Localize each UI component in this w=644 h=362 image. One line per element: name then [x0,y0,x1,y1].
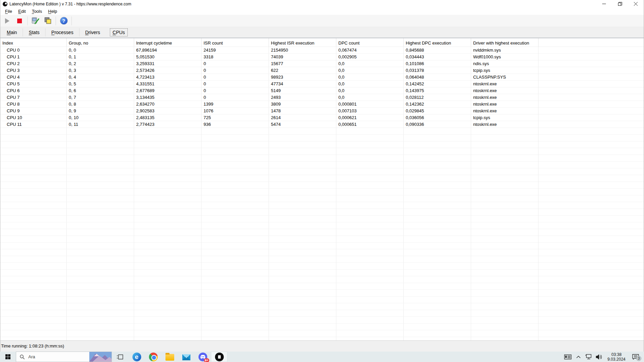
restore-button[interactable] [612,0,628,8]
taskbar-search-box[interactable]: Ara [16,352,112,362]
table-cell-empty [202,229,269,236]
table-row[interactable]: CPU 70, 73,134435024930,00,028112ntoskrn… [0,94,644,101]
table-cell-empty [539,283,644,290]
action-center-button[interactable]: 3 [629,352,642,362]
table-row[interactable]: CPU 60, 62,677689051490,00,143975ntoskrn… [0,87,644,94]
table-cell: 0,034443 [404,54,471,60]
tab-processes[interactable]: Processes [45,30,79,35]
taskbar-latencymon-active[interactable] [211,352,227,362]
table-row[interactable]: CPU 110, 112,77442393654740,0006510,0903… [0,121,644,128]
table-empty-row [0,310,644,317]
table-cell-empty [336,310,404,317]
table-row[interactable]: CPU 90, 92,902583107614780,0071030,02984… [0,108,644,114]
table-cell-empty [269,303,336,310]
column-header[interactable]: Driver with highest execution [471,38,539,47]
table-cell-empty [404,324,471,330]
table-cell-empty [269,330,336,337]
network-button[interactable] [584,352,593,362]
table-cell-empty [539,155,644,162]
table-cell: 2,902583 [134,108,202,114]
hidden-icons-button[interactable] [574,352,583,362]
table-cell-empty [0,189,67,195]
table-cell-empty [471,297,539,303]
taskbar-edge[interactable]: e [128,352,145,362]
table-cell: 1478 [269,108,336,114]
close-button[interactable] [628,0,644,8]
table-empty-row [0,128,644,135]
table-cell-empty [404,128,471,135]
table-row[interactable]: CPU 20, 23,2593310156770,00,101086ndis.s… [0,60,644,67]
menu-tools[interactable]: Tools [29,9,45,14]
table-cell-empty [134,182,202,189]
table-row[interactable]: CPU 30, 32,57342606220,00,031378tcpip.sy… [0,67,644,74]
taskbar-mail[interactable] [178,352,194,362]
table-row[interactable]: CPU 80, 82,634270139938090,0008010,14236… [0,101,644,108]
menu-help[interactable]: Help [45,9,60,14]
table-cell-empty [539,162,644,168]
table-row[interactable]: CPU 40, 44,7234130989230,00,064048CLASSP… [0,74,644,81]
table-cell-empty [336,324,404,330]
table-row[interactable]: CPU 10, 15,0515303318740390,0029050,0344… [0,54,644,60]
table-cell-empty [336,297,404,303]
table-cell-empty [269,270,336,276]
table-cell: 0,000651 [336,121,404,128]
column-header[interactable]: Interrupt cycletime [134,38,202,47]
tab-stats[interactable]: Stats [23,30,45,35]
table-cell-empty [0,290,67,297]
column-header[interactable]: Group, no [67,38,134,47]
taskbar-file-explorer[interactable] [161,352,178,362]
help-button[interactable]: ? [59,16,68,26]
menu-edit[interactable]: Edit [15,9,29,14]
table-cell: CLASSPNP.SYS [471,74,539,81]
volume-button[interactable] [595,352,604,362]
menu-file[interactable]: File [2,9,15,14]
table-cell-empty [471,175,539,182]
discord-notification-badge: 9+ [204,358,209,362]
touch-keyboard-button[interactable] [563,352,573,362]
column-header[interactable]: DPC count [336,38,404,47]
tab-cpus[interactable]: CPUs [110,28,128,36]
table-cell-empty [134,337,202,340]
clock-time: 03:38 [608,352,625,357]
table-row[interactable]: CPU 100, 102,48313572526140,0006210,0360… [0,114,644,121]
stop-monitor-button[interactable] [15,16,24,26]
table-empty-row [0,141,644,148]
table-cell-empty [0,330,67,337]
taskbar-clock[interactable]: 03:38 9.03.2024 [605,352,628,362]
table-cell-empty [336,155,404,162]
tab-drivers[interactable]: Drivers [80,30,106,35]
task-view-button[interactable] [112,352,128,362]
table-cell-empty [404,209,471,216]
taskbar-chrome[interactable] [145,352,161,362]
report-button[interactable] [31,16,40,26]
table-cell: CPU 8 [0,101,67,108]
taskbar-discord[interactable]: 9+ [194,352,211,362]
table-cell-empty [202,155,269,162]
table-row[interactable]: CPU 50, 54,3315510477340,00,142452ntoskr… [0,81,644,87]
table-cell-empty [0,209,67,216]
table-cell: 98923 [269,74,336,81]
table-cell-empty [202,256,269,263]
table-cell-empty [202,195,269,202]
table-row[interactable]: CPU 00, 067,8961942415921549500,0674740,… [0,47,644,54]
table-cell: 0, 1 [67,54,134,60]
column-header[interactable]: Highest ISR execution [269,38,336,47]
windows-view-button[interactable] [43,16,53,26]
table-empty-row [0,182,644,189]
start-monitor-button[interactable] [2,16,12,26]
table-cell-empty [0,202,67,209]
column-header[interactable]: Index [0,38,67,47]
table-cell-empty [67,303,134,310]
table-cell-empty [471,276,539,283]
minimize-button[interactable] [596,0,612,8]
column-header[interactable]: ISR count [202,38,269,47]
table-cell: 0,845688 [404,47,471,54]
table-cell-empty [539,337,644,340]
table-cell-empty [539,67,644,74]
tab-main[interactable]: Main [1,30,23,35]
table-cell-empty [471,162,539,168]
start-button[interactable] [0,352,16,362]
column-header[interactable]: Highest DPC execution [404,38,471,47]
table-cell-empty [134,128,202,135]
search-highlight-image[interactable] [89,352,112,362]
